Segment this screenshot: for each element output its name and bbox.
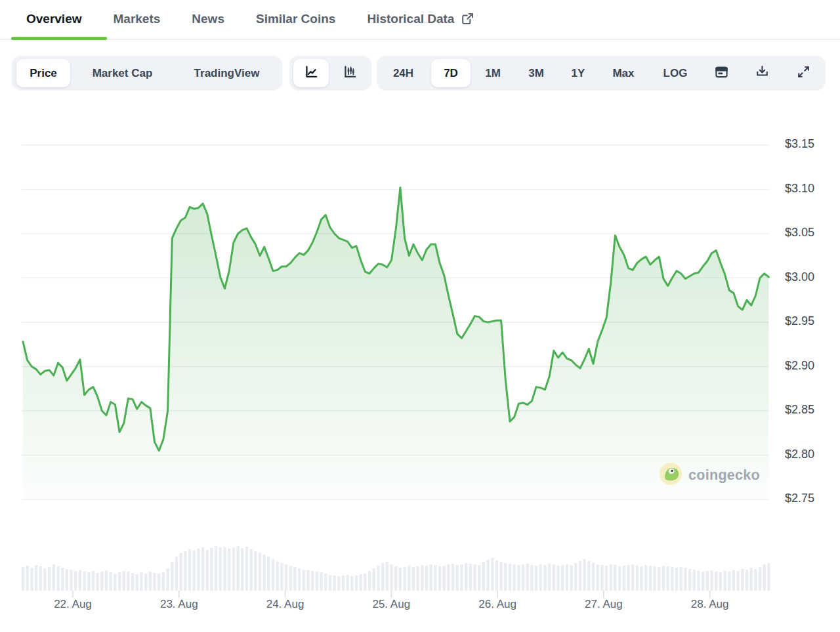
line-chart-type-button[interactable] — [293, 59, 329, 87]
price-chart[interactable] — [0, 0, 840, 632]
download-button[interactable] — [754, 64, 770, 83]
y-axis-label: $3.00 — [785, 270, 814, 284]
log-scale-label: LOG — [663, 67, 688, 80]
candlestick-chart-type-button[interactable] — [335, 64, 365, 83]
price-button[interactable]: Price — [16, 59, 70, 87]
nav-divider — [0, 39, 840, 40]
log-scale-button[interactable]: LOG — [659, 67, 692, 80]
price-button-label: Price — [30, 67, 57, 80]
tab-markets-label: Markets — [114, 12, 161, 26]
x-axis-label: 23. Aug — [146, 598, 212, 611]
market-cap-button[interactable]: Market Cap — [84, 67, 161, 80]
coingecko-logo-icon — [659, 462, 682, 488]
tab-news-label: News — [192, 12, 224, 26]
metric-toggle-group: Price Market Cap TradingView — [12, 56, 282, 91]
range-1m-button[interactable]: 1M — [480, 67, 506, 80]
tab-similar-coins[interactable]: Similar Coins — [256, 12, 335, 26]
range-1y-button[interactable]: 1Y — [567, 67, 589, 80]
tab-overview-label: Overview — [26, 12, 82, 26]
line-chart-icon — [303, 64, 320, 83]
fullscreen-expand-icon — [795, 64, 812, 83]
y-axis-label: $3.10 — [785, 182, 814, 196]
candlestick-chart-icon — [342, 64, 358, 83]
tradingview-button[interactable]: TradingView — [186, 67, 268, 80]
x-axis-label: 28. Aug — [677, 598, 743, 611]
timeframe-toggle-group: 24H 7D 1M 3M 1Y Max LOG — [377, 56, 826, 91]
y-axis-label: $3.15 — [785, 137, 814, 151]
tab-similar-coins-label: Similar Coins — [256, 12, 335, 26]
range-7d-button[interactable]: 7D — [431, 59, 471, 87]
x-axis-label: 26. Aug — [465, 598, 530, 611]
x-axis-label: 24. Aug — [253, 598, 318, 611]
tradingview-button-label: TradingView — [194, 67, 260, 80]
tab-overview[interactable]: Overview — [26, 12, 82, 26]
fullscreen-button[interactable] — [795, 64, 812, 83]
chart-type-toggle-group — [289, 56, 371, 91]
range-3m-label: 3M — [528, 67, 544, 80]
range-24h-button[interactable]: 24H — [388, 67, 418, 80]
x-axis-ticks — [73, 591, 710, 598]
active-tab-underline — [11, 37, 107, 40]
tab-bar: Overview Markets News Similar Coins Hist… — [26, 11, 475, 26]
download-icon — [754, 64, 770, 83]
range-3m-button[interactable]: 3M — [523, 67, 549, 80]
y-axis-label: $2.75 — [785, 492, 814, 505]
tab-historical-data[interactable]: Historical Data — [367, 11, 475, 26]
tab-historical-data-label: Historical Data — [367, 12, 454, 26]
coingecko-watermark-text: coingecko — [688, 467, 760, 484]
range-max-button[interactable]: Max — [607, 67, 640, 80]
volume-bars — [22, 546, 770, 591]
calendar-button[interactable] — [713, 64, 730, 83]
x-axis-label: 25. Aug — [358, 598, 424, 611]
range-max-label: Max — [612, 67, 634, 80]
calendar-icon — [713, 64, 730, 83]
y-axis-label: $2.85 — [785, 403, 814, 417]
y-axis-label: $2.90 — [785, 359, 814, 373]
y-axis-label: $3.05 — [785, 226, 814, 240]
range-1m-label: 1M — [485, 67, 501, 80]
market-cap-button-label: Market Cap — [93, 67, 153, 80]
y-axis-label: $2.95 — [785, 314, 814, 328]
range-7d-label: 7D — [444, 67, 458, 80]
y-axis-label: $2.80 — [785, 448, 814, 461]
x-axis-label: 27. Aug — [571, 598, 637, 611]
tab-news[interactable]: News — [192, 12, 224, 26]
external-link-icon — [460, 11, 475, 26]
range-1y-label: 1Y — [572, 67, 585, 80]
coingecko-watermark: coingecko — [659, 462, 760, 488]
range-24h-label: 24H — [393, 67, 413, 80]
x-axis-label: 22. Aug — [40, 598, 106, 611]
tab-markets[interactable]: Markets — [114, 12, 161, 26]
